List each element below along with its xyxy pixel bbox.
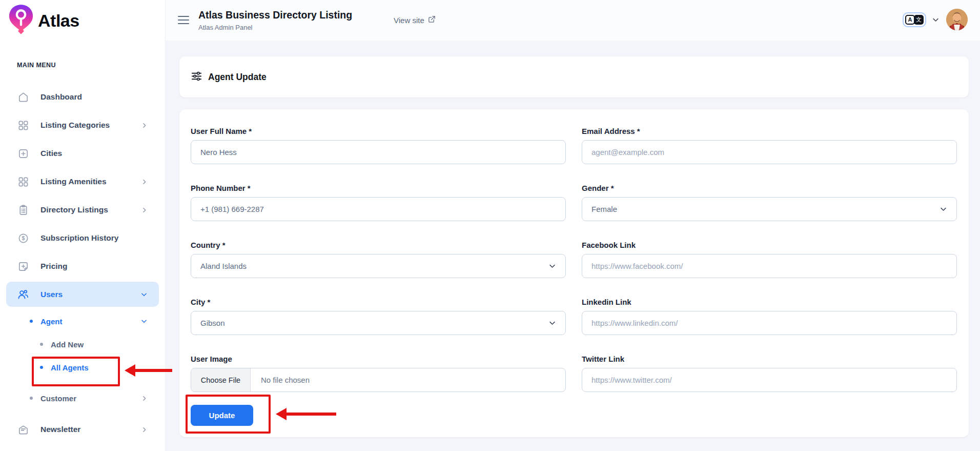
- bullet-icon: [30, 397, 33, 400]
- chevron-down-icon: [140, 291, 148, 298]
- sidebar-item-label: Pricing: [40, 262, 68, 271]
- file-plus-icon: [17, 260, 29, 272]
- form-left-column: User Full Name * Phone Number * Country …: [191, 126, 566, 426]
- sidebar-item-label: Dashboard: [40, 92, 82, 102]
- twitter-link-input[interactable]: [582, 368, 957, 392]
- chevron-right-icon: [141, 207, 148, 213]
- sidebar-item-newsletter[interactable]: Newsletter: [6, 418, 159, 441]
- bullet-icon: [30, 320, 33, 323]
- user-full-name-label: User Full Name *: [191, 126, 566, 136]
- chevron-down-icon: [548, 319, 556, 327]
- country-select-value: Aland Islands: [200, 262, 247, 270]
- city-label: City *: [191, 297, 566, 307]
- facebook-link-input[interactable]: [582, 254, 957, 278]
- gender-select-value: Female: [591, 205, 617, 213]
- sidebar-item-label: Subscription History: [40, 233, 118, 243]
- country-select[interactable]: Aland Islands: [191, 254, 566, 278]
- email-address-label: Email Address *: [582, 126, 957, 136]
- panel-header-card: Agent Update: [179, 56, 969, 97]
- sidebar-item-cities[interactable]: Cities: [6, 142, 159, 165]
- chevron-down-icon: [548, 262, 556, 270]
- gender-select[interactable]: Female: [582, 197, 957, 221]
- sidebar-item-directory-listings[interactable]: Directory Listings: [6, 199, 159, 221]
- user-avatar[interactable]: [946, 9, 968, 30]
- file-status-text: No file chosen: [251, 376, 310, 384]
- phone-number-input[interactable]: [191, 197, 566, 221]
- phone-number-label: Phone Number *: [191, 183, 566, 193]
- language-switcher[interactable]: A 文: [904, 13, 925, 26]
- linkedin-link-input[interactable]: [582, 311, 957, 335]
- translate-icon: 文: [914, 15, 924, 25]
- email-address-input[interactable]: [582, 140, 957, 164]
- sidebar-item-label: Add New: [51, 340, 84, 349]
- form-right-column: Email Address * Gender * Female Facebook…: [582, 126, 957, 426]
- translate-icon: A: [905, 15, 915, 25]
- clipboard-list-icon: [17, 204, 29, 216]
- city-select-value: Gibson: [200, 319, 225, 327]
- sidebar-item-label: Listing Categories: [40, 121, 110, 130]
- choose-file-button[interactable]: Choose File: [191, 368, 251, 391]
- country-label: Country *: [191, 240, 566, 250]
- users-icon: [17, 288, 29, 301]
- view-site-link[interactable]: View site: [394, 15, 436, 25]
- page-title: Atlas Business Directory Listing: [198, 9, 352, 21]
- sidebar-item-dashboard[interactable]: Dashboard: [6, 86, 159, 108]
- title-block: Atlas Business Directory Listing Atlas A…: [198, 9, 352, 31]
- chevron-right-icon: [141, 426, 148, 433]
- sidebar-item-add-new[interactable]: Add New: [6, 333, 159, 356]
- grid-icon: [17, 175, 29, 188]
- chevron-right-icon: [141, 122, 148, 129]
- sidebar-item-label: Listing Amenities: [40, 177, 107, 186]
- facebook-link-label: Facebook Link: [582, 240, 957, 250]
- sidebar-item-customer[interactable]: Customer: [6, 387, 159, 409]
- sidebar-item-label: Agent: [40, 317, 63, 326]
- brand-name: Atlas: [38, 11, 79, 31]
- chevron-right-icon: [141, 179, 148, 185]
- dollar-circle-icon: $: [17, 232, 29, 244]
- twitter-link-label: Twitter Link: [582, 354, 957, 364]
- sidebar-item-listing-categories[interactable]: Listing Categories: [6, 114, 159, 136]
- gender-label: Gender *: [582, 183, 957, 193]
- brand-logo[interactable]: Atlas: [8, 4, 79, 37]
- linkedin-link-label: Linkedin Link: [582, 297, 957, 307]
- sidebar: Atlas MAIN MENU Dashboard Listing Catego…: [0, 0, 166, 451]
- sidebar-item-agent[interactable]: Agent: [6, 310, 159, 332]
- chevron-right-icon: [141, 395, 148, 402]
- external-link-icon: [428, 15, 436, 25]
- top-header: Atlas Business Directory Listing Atlas A…: [166, 0, 980, 41]
- sidebar-item-label: Customer: [40, 394, 76, 403]
- sidebar-item-label: Users: [40, 290, 63, 299]
- logo-pin-icon: [8, 4, 34, 37]
- mail-icon: [17, 423, 29, 436]
- bullet-icon: [40, 343, 43, 346]
- page-subtitle: Atlas Admin Panel: [198, 24, 352, 31]
- svg-text:$: $: [22, 235, 25, 241]
- user-full-name-input[interactable]: [191, 140, 566, 164]
- plus-square-icon: [17, 147, 29, 160]
- sidebar-item-users[interactable]: Users: [6, 282, 159, 307]
- chevron-down-icon: [940, 205, 947, 213]
- update-button[interactable]: Update: [191, 405, 253, 426]
- bullet-icon: [40, 366, 43, 369]
- user-image-label: User Image: [191, 354, 566, 364]
- sidebar-item-listing-amenities[interactable]: Listing Amenities: [6, 170, 159, 193]
- view-site-label: View site: [394, 16, 424, 25]
- grid-icon: [17, 119, 29, 131]
- sidebar-item-label: All Agents: [51, 363, 89, 372]
- agent-update-form-card: User Full Name * Phone Number * Country …: [179, 109, 969, 437]
- panel-title: Agent Update: [208, 72, 267, 83]
- chevron-down-icon: [140, 318, 148, 325]
- sidebar-item-label: Directory Listings: [40, 205, 108, 214]
- city-select[interactable]: Gibson: [191, 311, 566, 335]
- sliders-icon: [191, 70, 202, 84]
- user-image-file-input[interactable]: Choose File No file chosen: [191, 368, 566, 392]
- sidebar-item-subscription-history[interactable]: $ Subscription History: [6, 227, 159, 249]
- chevron-down-icon[interactable]: [932, 16, 940, 24]
- sidebar-item-pricing[interactable]: Pricing: [6, 255, 159, 278]
- hamburger-menu-icon[interactable]: [178, 16, 189, 27]
- sidebar-section-label: MAIN MENU: [17, 62, 56, 69]
- home-icon: [17, 91, 29, 103]
- sidebar-item-label: Cities: [40, 149, 62, 158]
- sidebar-item-all-agents[interactable]: All Agents: [6, 356, 159, 379]
- sidebar-item-label: Newsletter: [40, 425, 80, 434]
